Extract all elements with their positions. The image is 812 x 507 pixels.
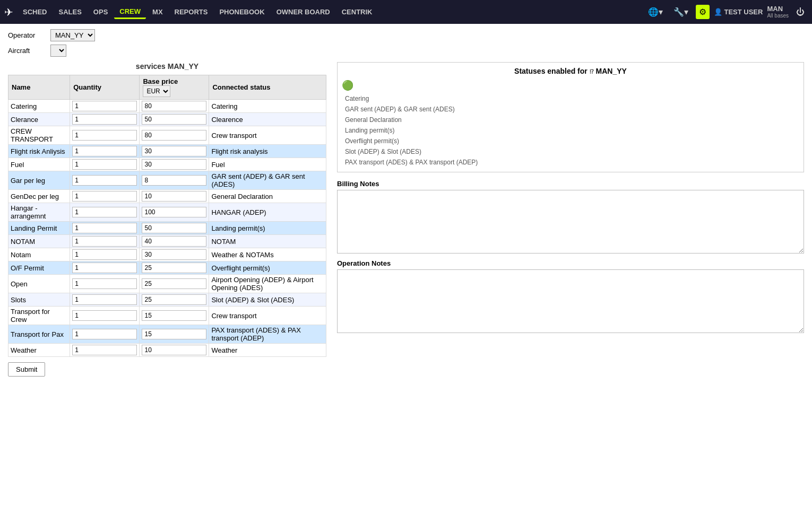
service-price[interactable] <box>140 275 209 293</box>
service-price[interactable] <box>140 248 209 261</box>
service-price[interactable] <box>140 307 209 325</box>
quantity-input[interactable] <box>72 345 137 355</box>
service-quantity[interactable] <box>70 344 140 357</box>
service-price[interactable] <box>140 145 209 158</box>
table-row: Catering Catering <box>8 100 326 113</box>
top-navigation: ✈ SCHED SALES OPS CREW MX REPORTS PHONEB… <box>0 0 812 24</box>
tools-icon-button[interactable]: 🔧▾ <box>670 5 692 19</box>
service-quantity[interactable] <box>70 190 140 203</box>
price-input[interactable] <box>142 310 206 321</box>
service-price[interactable] <box>140 222 209 235</box>
quantity-input[interactable] <box>72 278 137 289</box>
quantity-input[interactable] <box>72 294 137 305</box>
service-quantity[interactable] <box>70 203 140 222</box>
billing-notes-textarea[interactable] <box>337 190 804 254</box>
service-quantity[interactable] <box>70 171 140 190</box>
quantity-input[interactable] <box>72 130 137 141</box>
quantity-input[interactable] <box>72 207 137 217</box>
quantity-input[interactable] <box>72 146 137 156</box>
service-quantity[interactable] <box>70 261 140 275</box>
user-icon: 👤 <box>714 8 722 16</box>
price-input[interactable] <box>142 263 206 273</box>
quantity-input[interactable] <box>72 101 137 111</box>
nav-centrik[interactable]: CENTRIK <box>336 6 378 18</box>
settings-icon-button[interactable]: ⚙ <box>696 5 710 19</box>
service-price[interactable] <box>140 158 209 171</box>
price-input[interactable] <box>142 249 206 260</box>
service-price[interactable] <box>140 100 209 113</box>
price-input[interactable] <box>142 223 206 233</box>
nav-phonebook[interactable]: PHONEBOOK <box>214 6 270 18</box>
service-price[interactable] <box>140 190 209 203</box>
service-quantity[interactable] <box>70 126 140 145</box>
operator-select[interactable]: MAN_YY <box>50 29 95 41</box>
quantity-input[interactable] <box>72 191 137 202</box>
service-price[interactable] <box>140 261 209 275</box>
man-button[interactable]: MAN All bases <box>767 5 789 20</box>
service-quantity[interactable] <box>70 100 140 113</box>
service-name: Transport for Crew <box>8 307 70 325</box>
nav-reports[interactable]: REPORTS <box>169 6 213 18</box>
price-input[interactable] <box>142 191 206 202</box>
service-name: Catering <box>8 100 70 113</box>
quantity-input[interactable] <box>72 223 137 233</box>
quantity-input[interactable] <box>72 175 137 186</box>
user-button[interactable]: 👤 TEST USER <box>714 8 763 16</box>
service-connected-status: PAX transport (ADES) & PAX transport (AD… <box>209 325 326 344</box>
price-input[interactable] <box>142 207 206 217</box>
quantity-input[interactable] <box>72 159 137 170</box>
service-price[interactable] <box>140 235 209 248</box>
status-list: CateringGAR sent (ADEP) & GAR sent (ADES… <box>342 93 799 168</box>
quantity-input[interactable] <box>72 329 137 339</box>
price-input[interactable] <box>142 146 206 156</box>
service-quantity[interactable] <box>70 158 140 171</box>
price-input[interactable] <box>142 294 206 305</box>
operation-notes-textarea[interactable] <box>337 269 804 333</box>
service-connected-status: Crew transport <box>209 126 326 145</box>
service-price[interactable] <box>140 113 209 126</box>
price-input[interactable] <box>142 130 206 141</box>
service-price[interactable] <box>140 325 209 344</box>
service-quantity[interactable] <box>70 275 140 293</box>
service-quantity[interactable] <box>70 113 140 126</box>
quantity-input[interactable] <box>72 236 137 247</box>
nav-sales[interactable]: SALES <box>54 6 87 18</box>
service-price[interactable] <box>140 171 209 190</box>
nav-mx[interactable]: MX <box>147 6 168 18</box>
nav-sched[interactable]: SCHED <box>18 6 53 18</box>
service-connected-status: GAR sent (ADEP) & GAR sent (ADES) <box>209 171 326 190</box>
service-price[interactable] <box>140 203 209 222</box>
currency-select[interactable]: EUR USD GBP <box>143 85 170 97</box>
price-input[interactable] <box>142 329 206 339</box>
service-quantity[interactable] <box>70 325 140 344</box>
service-price[interactable] <box>140 344 209 357</box>
quantity-input[interactable] <box>72 114 137 125</box>
nav-crew[interactable]: CREW <box>114 5 146 19</box>
price-input[interactable] <box>142 236 206 247</box>
service-quantity[interactable] <box>70 293 140 307</box>
service-quantity[interactable] <box>70 222 140 235</box>
globe-icon-button[interactable]: 🌐▾ <box>645 5 666 19</box>
price-input[interactable] <box>142 345 206 355</box>
table-row: Notam Weather & NOTAMs <box>8 248 326 261</box>
service-price[interactable] <box>140 126 209 145</box>
service-quantity[interactable] <box>70 235 140 248</box>
service-quantity[interactable] <box>70 145 140 158</box>
aircraft-select[interactable] <box>50 45 66 57</box>
service-quantity[interactable] <box>70 307 140 325</box>
quantity-input[interactable] <box>72 263 137 273</box>
price-input[interactable] <box>142 159 206 170</box>
power-icon-button[interactable]: ⏻ <box>793 5 808 19</box>
price-input[interactable] <box>142 175 206 186</box>
price-input[interactable] <box>142 101 206 111</box>
submit-button[interactable]: Submit <box>8 362 45 377</box>
price-input[interactable] <box>142 278 206 289</box>
nav-owner-board[interactable]: OWNER BOARD <box>271 6 335 18</box>
statuses-section: Statuses enabled for ⁉ MAN_YY 🟢 Catering… <box>337 62 804 172</box>
service-quantity[interactable] <box>70 248 140 261</box>
price-input[interactable] <box>142 114 206 125</box>
service-price[interactable] <box>140 293 209 307</box>
quantity-input[interactable] <box>72 310 137 321</box>
quantity-input[interactable] <box>72 249 137 260</box>
nav-ops[interactable]: OPS <box>88 6 113 18</box>
